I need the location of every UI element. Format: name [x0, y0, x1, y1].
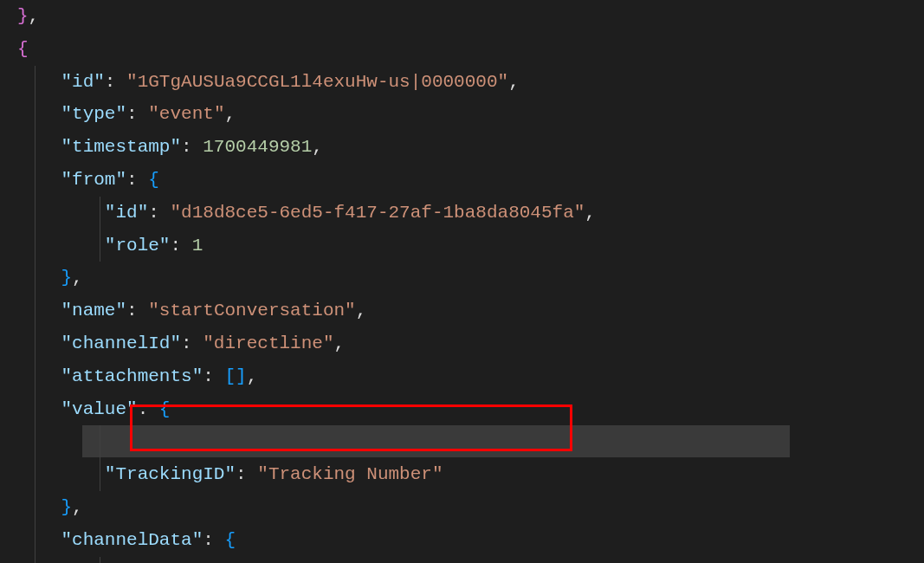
- json-string: "directline": [203, 333, 333, 353]
- json-string: "1GTgAUSUa9CCGL1l4exuHw-us|0000000": [126, 72, 508, 92]
- json-string: "event": [148, 104, 224, 124]
- json-key: "channelId": [61, 333, 181, 353]
- code-line: },: [0, 491, 924, 524]
- json-string: "d18d8ce5-6ed5-f417-27af-1ba8da8045fa": [170, 203, 585, 223]
- json-key: "timestamp": [61, 137, 181, 157]
- json-key: "name": [61, 301, 126, 320]
- open-brace: {: [17, 39, 29, 59]
- code-line: "timestamp": 1700449981,: [0, 131, 924, 164]
- code-line: },: [0, 262, 924, 294]
- code-line: "name": "startConversation",: [0, 294, 924, 327]
- json-string: "startConversation": [148, 301, 355, 320]
- json-key: "type": [61, 104, 126, 124]
- code-line: },: [0, 0, 924, 33]
- code-editor[interactable]: }, { "id": "1GTgAUSUa9CCGL1l4exuHw-us|00…: [0, 0, 924, 563]
- json-key: "from": [61, 170, 126, 190]
- json-key: "attachments": [61, 366, 203, 386]
- json-number: 1700449981: [203, 137, 312, 157]
- code-line: "role": 1: [0, 230, 924, 262]
- code-line-boxed: "TrackingID": "Tracking Number": [0, 458, 924, 491]
- json-key: "role": [105, 236, 171, 256]
- code-line: "id": "d18d8ce5-6ed5-f417-27af-1ba8da804…: [0, 197, 924, 230]
- json-number: 1: [192, 236, 204, 256]
- code-line: "postBack": true,: [0, 557, 924, 563]
- code-line: "from": {: [0, 164, 924, 197]
- code-line: "channelData": {: [0, 524, 924, 557]
- json-string-tracking: "Tracking Number": [257, 464, 443, 484]
- json-key: "id": [105, 203, 148, 223]
- code-line-highlighted: [0, 425, 924, 458]
- json-key: "id": [61, 72, 104, 92]
- code-line: "type": "event",: [0, 98, 924, 131]
- close-brace: }: [61, 268, 72, 288]
- json-key: "channelData": [61, 530, 203, 550]
- line-highlight: [82, 425, 790, 457]
- open-bracket: [: [224, 366, 236, 386]
- code-line: "value": {: [0, 393, 924, 426]
- open-brace: {: [148, 170, 159, 190]
- json-key-tracking: "TrackingID": [105, 464, 236, 484]
- code-line: "channelId": "directline",: [0, 327, 924, 360]
- code-line: {: [0, 33, 924, 66]
- code-line: "attachments": [],: [0, 360, 924, 393]
- open-brace: {: [224, 530, 236, 550]
- close-brace: }: [17, 6, 29, 26]
- close-bracket: ]: [236, 366, 247, 386]
- open-brace: {: [159, 399, 171, 419]
- json-key: "value": [61, 399, 137, 419]
- code-line: "id": "1GTgAUSUa9CCGL1l4exuHw-us|0000000…: [0, 66, 924, 99]
- comma: ,: [29, 6, 40, 26]
- close-brace: }: [61, 497, 72, 517]
